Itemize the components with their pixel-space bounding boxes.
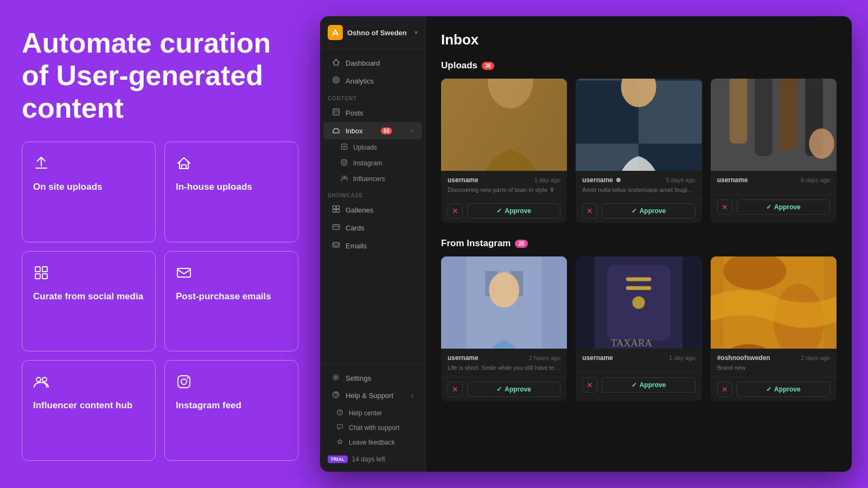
feature-card-instagram[interactable]: Instagram feed [164,360,298,461]
inbox-expand-icon[interactable]: ∧ [410,127,414,134]
approve-button-upload-2[interactable]: ✓ Approve [737,200,830,215]
instagram-card-1-username: username [582,354,613,362]
instagram-card-1-actions: ✕ ✓ Approve [576,373,701,397]
instagram-card-1-meta: username 1 day ago [576,349,701,364]
sidebar-item-chat-support[interactable]: Chat with support [323,421,422,435]
upload-card-2-time: 6 days ago [801,177,830,183]
reject-button-insta-2[interactable]: ✕ [717,382,732,397]
analytics-label: Analytics [346,77,374,85]
grid-icon [33,265,144,283]
sidebar-item-help-center[interactable]: Help center [323,406,422,420]
sidebar-item-galleries[interactable]: Galleries [323,201,422,219]
reject-button-insta-1[interactable]: ✕ [582,377,597,393]
trial-days: 14 days left [352,455,385,463]
upload-icon [33,155,144,174]
approve-button-upload-0[interactable]: ✓ Approve [467,203,560,219]
reject-button-upload-2[interactable]: ✕ [717,200,732,215]
sidebar-item-settings[interactable]: Settings [323,370,422,387]
feature-card-on-site-uploads[interactable]: On site uploads [22,142,156,242]
sidebar-item-emails[interactable]: Emails [323,237,422,254]
sidebar-item-analytics[interactable]: Analytics [323,72,422,89]
instagram-card-0-image: New [441,256,567,349]
svg-rect-61 [626,278,651,281]
sidebar-item-help[interactable]: Help & Support ∧ [323,387,422,404]
svg-rect-21 [336,206,340,209]
chevron-down-icon: ▾ [414,29,418,36]
approve-label-2: Approve [774,203,801,211]
instagram-card-1-time: 1 day ago [669,355,695,361]
dashboard-label: Dashboard [346,59,380,67]
main-content: Inbox Uploads 36 New [426,16,852,472]
sidebar-footer: Settings Help & Support ∧ [320,364,425,472]
galleries-icon [331,205,341,215]
cards-icon [331,223,341,233]
help-submenu: Help center Chat with support [320,404,425,451]
sidebar-item-influencers[interactable]: Influencers [328,171,422,187]
sidebar-item-inbox[interactable]: Inbox 66 ∧ [323,122,422,139]
svg-point-30 [339,414,340,414]
uploads-count-badge: 36 [482,62,494,70]
emails-label: Emails [346,242,367,250]
upload-card-1-username: username [582,176,613,184]
approve-button-insta-2[interactable]: ✓ Approve [737,382,830,397]
emails-icon [331,241,341,251]
svg-point-63 [633,297,645,309]
sidebar-item-posts[interactable]: Posts [323,104,422,121]
check-icon-1: ✓ [631,207,637,215]
approve-button-upload-1[interactable]: ✓ Approve [602,203,695,219]
upload-card-0-username: username [448,176,478,184]
approve-button-insta-0[interactable]: ✓ Approve [467,382,560,397]
svg-point-28 [335,396,336,397]
instagram-card-2: New # [711,256,837,401]
approve-label-insta-0: Approve [505,386,531,393]
feature-card-influencer[interactable]: Influencer content hub [22,360,156,461]
svg-rect-47 [780,79,797,150]
inbox-icon [331,126,341,136]
upload-card-0-time: 1 day ago [534,177,560,183]
settings-label: Settings [346,374,371,382]
svg-rect-22 [333,209,336,213]
svg-rect-46 [755,79,773,156]
help-expand-icon[interactable]: ∧ [410,392,414,399]
feature-label-in-house: In-house uploads [176,181,287,193]
sidebar-item-leave-feedback[interactable]: Leave feedback [323,435,422,450]
settings-icon [331,374,341,383]
uploads-section-title: Uploads 36 [441,60,837,71]
brand-icon [328,25,343,40]
approve-button-insta-1[interactable]: ✓ Approve [602,377,695,393]
sidebar-item-cards[interactable]: Cards [323,219,422,236]
left-panel: Automate curation of User-generated cont… [0,0,320,488]
feature-label-social: Curate from social media [33,291,144,303]
svg-point-6 [36,377,41,382]
feature-grid: On site uploads In-house uploads Cur [22,142,298,461]
sidebar-item-instagram[interactable]: Instagram [328,156,422,171]
sidebar-item-dashboard[interactable]: Dashboard [323,54,422,72]
cards-label: Cards [346,224,365,232]
sidebar-header[interactable]: Oshno of Sweden ▾ [320,16,425,49]
svg-rect-24 [333,224,339,229]
reject-button-insta-0[interactable]: ✕ [448,382,463,397]
svg-rect-3 [35,274,40,279]
instagram-section-title: From Instagram 20 [441,238,837,249]
upload-card-2-meta: username 6 days ago [711,171,837,186]
app-window: Oshno of Sweden ▾ Dashboard [320,16,852,472]
svg-rect-20 [333,206,336,209]
instagram-card-0-time: 2 hours ago [529,355,560,361]
feature-card-social-media[interactable]: Curate from social media [22,251,156,352]
feedback-icon [335,438,344,447]
sidebar-item-uploads[interactable]: Uploads [328,140,422,155]
reject-button-upload-1[interactable]: ✕ [582,203,597,219]
feature-card-in-house-uploads[interactable]: In-house uploads [164,142,298,242]
svg-point-26 [335,376,337,378]
uploads-label: Uploads [441,60,477,71]
upload-card-1: New [576,79,701,223]
reject-button-upload-0[interactable]: ✕ [448,203,463,219]
help-center-label: Help center [349,409,382,417]
instagram-card-2-actions: ✕ ✓ Approve [711,377,837,401]
feature-card-post-purchase[interactable]: Post-purchase emails [164,251,298,352]
instagram-card-2-username: #oshnoofsweden [717,354,770,362]
svg-point-12 [335,79,337,81]
approve-label-0: Approve [505,207,531,215]
uploads-sub-icon [340,143,348,152]
showcase-section-label: SHOWCASE [320,187,425,201]
